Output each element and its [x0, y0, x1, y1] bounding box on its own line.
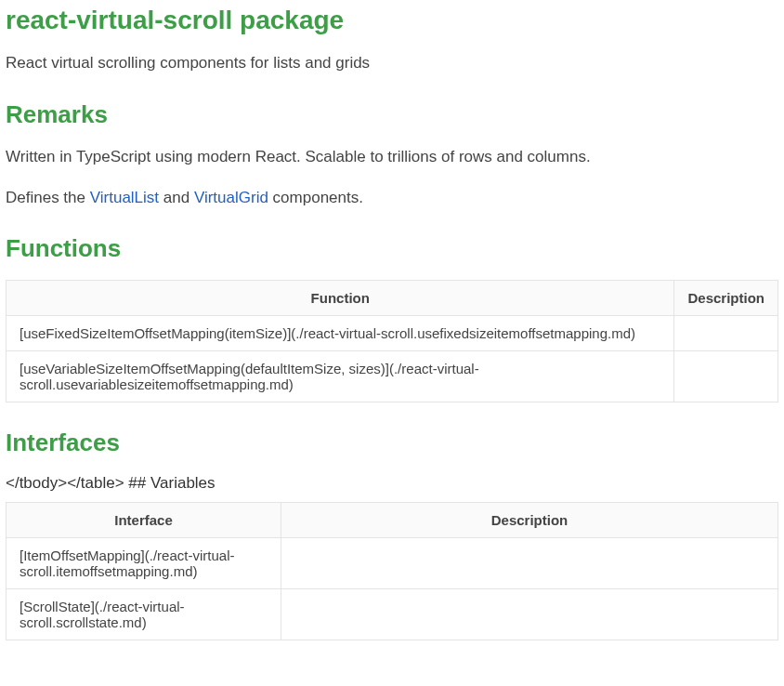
- stray-markup-text: </tbody></table> ## Variables: [6, 474, 778, 493]
- interfaces-cell-iface: [ItemOffsetMapping](./react-virtual-scro…: [7, 538, 281, 589]
- functions-cell-desc: [674, 316, 778, 351]
- functions-table: Function Description [useFixedSizeItemOf…: [6, 280, 778, 402]
- interfaces-cell-desc: [281, 589, 778, 640]
- remarks-defines-prefix: Defines the: [6, 189, 90, 206]
- remarks-p2: Defines the VirtualList and VirtualGrid …: [6, 187, 778, 209]
- remarks-and: and: [159, 189, 194, 206]
- table-row: [useVariableSizeItemOffsetMapping(defaul…: [7, 351, 778, 402]
- virtuallist-link[interactable]: VirtualList: [90, 189, 159, 206]
- interfaces-heading: Interfaces: [6, 429, 778, 457]
- functions-cell-desc: [674, 351, 778, 402]
- table-row: [ScrollState](./react-virtual-scroll.scr…: [7, 589, 778, 640]
- remarks-p1: Written in TypeScript using modern React…: [6, 146, 778, 168]
- virtualgrid-link[interactable]: VirtualGrid: [194, 189, 268, 206]
- functions-col-function: Function: [7, 281, 674, 316]
- interfaces-col-description: Description: [281, 503, 778, 538]
- table-row: [useFixedSizeItemOffsetMapping(itemSize)…: [7, 316, 778, 351]
- intro-paragraph: React virtual scrolling components for l…: [6, 52, 778, 74]
- functions-cell-func: [useFixedSizeItemOffsetMapping(itemSize)…: [7, 316, 674, 351]
- interfaces-cell-desc: [281, 538, 778, 589]
- interfaces-cell-iface: [ScrollState](./react-virtual-scroll.scr…: [7, 589, 281, 640]
- page-title: react-virtual-scroll package: [6, 6, 778, 35]
- functions-heading: Functions: [6, 234, 778, 263]
- interfaces-col-interface: Interface: [7, 503, 281, 538]
- remarks-suffix: components.: [268, 189, 363, 206]
- functions-cell-func: [useVariableSizeItemOffsetMapping(defaul…: [7, 351, 674, 402]
- table-row: [ItemOffsetMapping](./react-virtual-scro…: [7, 538, 778, 589]
- remarks-heading: Remarks: [6, 100, 778, 129]
- interfaces-table: Interface Description [ItemOffsetMapping…: [6, 502, 778, 640]
- functions-col-description: Description: [674, 281, 778, 316]
